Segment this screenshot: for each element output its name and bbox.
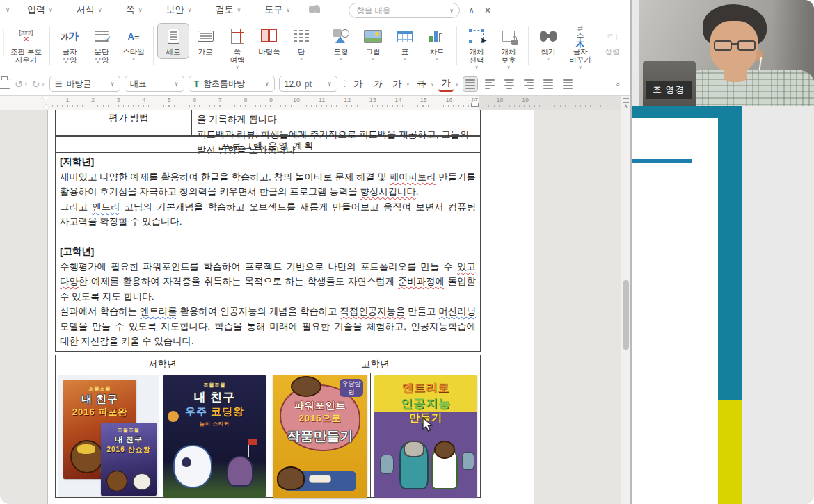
object-protect-icon — [502, 26, 515, 46]
toolbar-object-select-button[interactable]: ➤개체선택∨ — [461, 23, 493, 73]
program-plan-cell: [저학년]재미있고 다양한 예제를 활용하여 한글을 학습하고, 창의 놀이터로… — [55, 152, 481, 352]
book-photo-papo[interactable]: 조물조물 내 친구 2016 파포왕 조물조물 내 친구 — [58, 375, 159, 497]
align-left-button[interactable] — [482, 76, 497, 92]
undo-button[interactable]: ↺∨ — [15, 79, 28, 90]
toolbar-master-page-button[interactable]: 바탕쪽 — [253, 23, 285, 59]
toolbar-para-shape-button[interactable]: ✓문단모양 — [86, 23, 118, 67]
chevron-down-icon[interactable]: ∨ — [431, 81, 434, 87]
menu-bar: ∨ 입력∨서식∨쪽∨보안∨검토∨도구∨ ∨ ∧ ✕ — [0, 0, 630, 19]
toolbar-delete-marks-button[interactable]: [###]✕조판 부호지우기 — [6, 23, 46, 67]
toolbar-landscape-button[interactable]: 가로 — [189, 23, 221, 59]
toolbar-separator — [321, 26, 321, 65]
line-spacing-button[interactable] — [541, 76, 556, 92]
columns-icon — [294, 26, 309, 46]
toolbar-shapes-button[interactable]: 도형∨ — [325, 23, 357, 65]
toolbar-separator — [528, 26, 529, 65]
toolbar-find-button[interactable]: 찾기∨ — [532, 23, 564, 65]
ruler-number: 18 — [497, 97, 504, 104]
chart-icon — [429, 26, 445, 46]
indent-marker[interactable] — [42, 97, 49, 108]
font-color-button[interactable]: 가 — [438, 76, 454, 92]
participant-video[interactable]: 조 영경 — [639, 0, 814, 106]
scroll-up-icon[interactable]: ∧ — [621, 103, 630, 110]
sort-icon: ㅎ↓ — [605, 26, 619, 46]
menu-서식[interactable]: 서식∨ — [65, 3, 114, 16]
toolbar-button-label: 스타일 — [122, 47, 145, 56]
more-toolbar-chevron[interactable]: » — [614, 81, 623, 86]
toolbar-replace-button[interactable]: ⇄수木글자바꾸기∨ — [564, 23, 596, 73]
ruler-number: 4 — [142, 97, 145, 104]
toolbar-separator — [153, 26, 154, 65]
toolbar-page-margins-button[interactable]: 쪽여백∨ — [221, 23, 253, 73]
underline-button[interactable]: 가 — [390, 76, 405, 92]
chevron-down-icon: ∨ — [138, 7, 143, 13]
slide-gray-area — [742, 106, 814, 504]
chevron-down-icon: ∨ — [403, 57, 406, 61]
style-preset-value: 대표 — [130, 78, 147, 90]
find-previous-button[interactable]: ∧ — [467, 6, 476, 15]
toolbar-portrait-button[interactable]: 세로 — [157, 23, 189, 59]
scrollbar-thumb[interactable] — [623, 280, 629, 350]
distribute-button[interactable] — [560, 76, 575, 92]
chevron-down-icon: ∨ — [299, 57, 303, 61]
font-size-stepper[interactable]: ⌃⌄ — [343, 81, 346, 88]
style-icon: A≡ — [128, 26, 140, 46]
find-close-button[interactable]: ✕ — [483, 6, 493, 15]
align-center-button[interactable] — [502, 76, 517, 92]
vertical-scrollbar[interactable]: ∧ — [621, 96, 630, 504]
chevron-down-icon[interactable]: ∨ — [406, 81, 410, 87]
italic-button[interactable]: 가 — [368, 76, 387, 92]
font-size-unit: pt — [305, 79, 312, 89]
toolbar-button-label: 가로 — [198, 47, 213, 56]
font-dropdown[interactable]: T 함초롬바탕 ∨ — [189, 76, 275, 92]
strikethrough-button[interactable]: 과 — [414, 76, 429, 92]
redo-button[interactable]: ↻∨ — [32, 79, 45, 90]
toolbar-picture-button[interactable]: 그림∨ — [357, 23, 389, 65]
toolbar-button-label: 개체선택 — [470, 47, 484, 64]
toolbar-columns-button[interactable]: 단∨ — [285, 23, 317, 65]
toolbar-char-shape-button[interactable]: 가가글자모양 — [54, 23, 86, 67]
doc-heading: [고학년] — [60, 244, 476, 259]
menu-검토[interactable]: 검토∨ — [203, 3, 253, 16]
toolbar-style-button[interactable]: A≡스타일∨ — [118, 23, 150, 65]
style-preset-dropdown[interactable]: 대표 ∨ — [125, 76, 184, 92]
hwp-window: ∨ 입력∨서식∨쪽∨보안∨검토∨도구∨ ∨ ∧ ✕ [###]✕조판 부호지우기… — [0, 0, 630, 504]
toolbar-object-protect-button[interactable]: 개체보호∨ — [493, 23, 525, 73]
toolbar-chart-button[interactable]: 차트∨ — [421, 23, 453, 65]
ruler-number: 1 — [65, 97, 69, 104]
chevron-down-icon[interactable]: ∨ — [449, 8, 454, 14]
menu-쪽[interactable]: 쪽∨ — [114, 3, 154, 16]
toolbar-button-label: 정렬 — [605, 47, 620, 56]
slide-teal-strip — [632, 106, 742, 118]
align-justify-button[interactable] — [463, 76, 478, 92]
document-page[interactable]: 평가 방법 학습 일지: 학생들이 학습한 내용을 정리하고, 개선된 학습 성… — [47, 110, 534, 504]
font-size-value: 12.0 — [285, 79, 301, 89]
chevron-down-icon: ∨ — [435, 57, 438, 61]
find-input-box[interactable]: ∨ — [349, 3, 460, 18]
paragraph-style-dropdown[interactable]: ☰ 바탕글 ∨ — [49, 76, 120, 92]
master-page-icon — [261, 26, 278, 46]
menu-입력[interactable]: 입력∨ — [15, 3, 65, 16]
bold-button[interactable]: 가 — [351, 76, 366, 92]
section-title-row: 프로그램 운영 계획 — [55, 136, 481, 153]
book-cover-entry-ai[interactable]: 엔트리로 인공지능 만들기 — [374, 375, 477, 498]
font-size-dropdown[interactable]: 12.0 pt ∨ — [279, 76, 337, 92]
align-right-button[interactable] — [521, 76, 536, 92]
find-input[interactable] — [355, 6, 447, 15]
chevron-down-icon: ∨ — [474, 65, 478, 70]
toolbar-table-button[interactable]: 표∨ — [389, 23, 421, 65]
paragraph-style-icon: ☰ — [55, 79, 63, 89]
print-icon[interactable] — [0, 79, 10, 89]
char-shape-icon: 가가 — [61, 26, 79, 46]
split-handle-icon[interactable] — [623, 98, 629, 103]
menu-도구[interactable]: 도구∨ — [253, 3, 302, 16]
menu-보안[interactable]: 보안∨ — [154, 3, 204, 16]
video-call-panel: 조 영경 — [630, 0, 814, 504]
book-cover-ppt-making[interactable]: 우당탕탕 파워포인트 2016으로 작품만들기 — [273, 375, 367, 498]
ruler-number: 3 — [117, 97, 120, 104]
chevron-down-icon: ∨ — [578, 65, 582, 70]
chevron-down-icon[interactable]: ∨ — [455, 81, 458, 87]
book-cover-coding-wang[interactable]: 조물조물 내 친구 우주 코딩왕 놀이 스티커 — [163, 375, 266, 498]
slide-yellow-column — [718, 400, 742, 504]
toolbar-button-label: 쪽여백 — [230, 47, 245, 64]
